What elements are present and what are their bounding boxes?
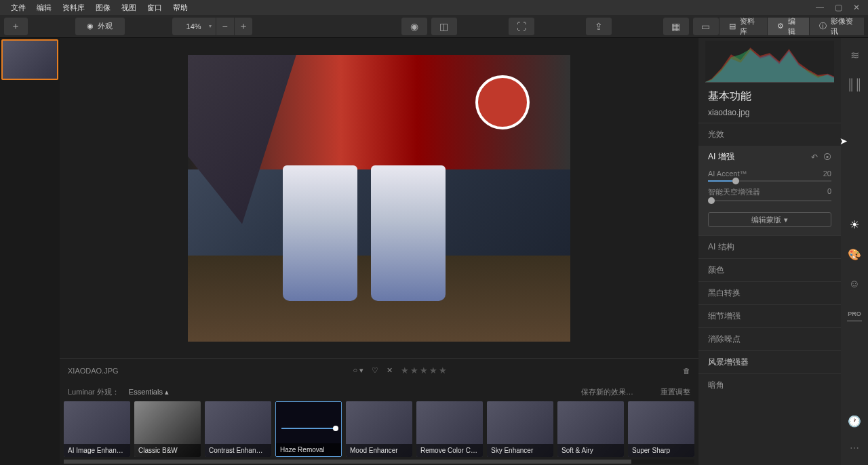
undo-icon[interactable]: ↶ bbox=[811, 153, 818, 162]
tab-info-label: 影像资讯 bbox=[831, 16, 855, 37]
preset-mood-enhancer[interactable]: Mood Enhancer bbox=[346, 401, 412, 457]
histogram[interactable] bbox=[705, 41, 834, 83]
essentials-icon[interactable]: ☀ bbox=[847, 217, 862, 232]
thumbnail-selected[interactable] bbox=[1, 39, 58, 80]
ai-accent-slider[interactable]: AI Accent™ 20 bbox=[708, 169, 831, 182]
tab-edit[interactable]: ⚙ 编辑 bbox=[768, 18, 809, 35]
preset-remove-color-cast[interactable]: Remove Color C… bbox=[416, 401, 483, 457]
compare-toggle[interactable]: ◫ bbox=[431, 18, 457, 35]
history-icon[interactable]: 🕐 bbox=[847, 413, 862, 428]
section-bw[interactable]: 黑白转换 bbox=[698, 281, 841, 304]
toggle-icon[interactable]: ⦿ bbox=[823, 153, 831, 162]
zoom-dropdown[interactable]: 14% bbox=[172, 18, 216, 35]
toolbar: ＋ ◉ 外观 14% − ＋ ◉ ◫ ⛶ ⇪ ▦ ▭ ▤ 资料库 ⚙ 编辑 ⓘ … bbox=[0, 15, 868, 38]
flag-icon[interactable]: ○ ▾ bbox=[353, 366, 363, 375]
canvas-tools-icon[interactable]: ║║ bbox=[847, 77, 862, 92]
minimize-button[interactable]: — bbox=[813, 3, 827, 12]
tab-library[interactable]: ▤ 资料库 bbox=[719, 18, 767, 35]
ai-sky-slider[interactable]: 智能天空增强器 0 bbox=[708, 187, 831, 201]
preset-soft-airy[interactable]: Soft & Airy bbox=[557, 401, 624, 457]
section-details[interactable]: 细节增强 bbox=[698, 304, 841, 327]
preset-super-sharp[interactable]: Super Sharp bbox=[628, 401, 694, 457]
menu-library[interactable]: 资料库 bbox=[57, 3, 90, 13]
edit-mask-button[interactable]: 编辑蒙版 ▾ bbox=[708, 212, 831, 227]
section-light[interactable]: 光效 bbox=[698, 123, 841, 146]
tab-edit-label: 编辑 bbox=[788, 16, 800, 37]
section-ai-enhance: AI 增强 ↶ ⦿ AI Accent™ 20 智能天空增强器 0 bbox=[698, 146, 841, 235]
menu-file[interactable]: 文件 bbox=[5, 3, 31, 13]
layers-icon[interactable]: ≋ bbox=[847, 47, 862, 62]
section-vignette[interactable]: 暗角 bbox=[698, 373, 841, 397]
ai-sky-value: 0 bbox=[827, 187, 831, 197]
zoom-controls: 14% − ＋ bbox=[172, 18, 252, 35]
zoom-out-button[interactable]: − bbox=[216, 18, 234, 35]
export-button[interactable]: ⇪ bbox=[586, 18, 612, 35]
section-ai-structure[interactable]: AI 结构 bbox=[698, 235, 841, 258]
presets-strip: AI Image Enhan… Classic B&W Contrast Enh… bbox=[60, 401, 698, 460]
close-button[interactable]: ✕ bbox=[850, 3, 863, 12]
look-button[interactable]: ◉ 外观 bbox=[75, 18, 125, 35]
creative-icon[interactable]: 🎨 bbox=[847, 247, 862, 262]
preset-haze-removal[interactable]: Haze Removal bbox=[275, 401, 342, 457]
rating-stars[interactable]: ★★★★★ bbox=[401, 365, 448, 376]
info-icon: ⓘ bbox=[819, 21, 827, 31]
crop-button[interactable]: ⛶ bbox=[509, 18, 534, 35]
canvas-area: XIAODAO.JPG ○ ▾ ♡ ✕ ★★★★★ 🗑 Luminar 外观： … bbox=[60, 38, 698, 465]
section-color[interactable]: 颜色 bbox=[698, 258, 841, 281]
single-view-button[interactable]: ▭ bbox=[693, 18, 719, 35]
preset-contrast-enhancer[interactable]: Contrast Enhan… bbox=[205, 401, 271, 457]
presets-category-dropdown[interactable]: Essentials ▴ bbox=[129, 388, 169, 397]
pro-icon[interactable]: PRO bbox=[847, 306, 862, 321]
image-info-bar: XIAODAO.JPG ○ ▾ ♡ ✕ ★★★★★ 🗑 bbox=[60, 358, 698, 382]
preview-toggle[interactable]: ◉ bbox=[401, 18, 427, 35]
menu-help[interactable]: 帮助 bbox=[167, 3, 193, 13]
tab-info[interactable]: ⓘ 影像资讯 bbox=[810, 18, 865, 35]
reset-adjustments-button[interactable]: 重置调整 bbox=[660, 387, 690, 397]
menu-view[interactable]: 视图 bbox=[116, 3, 142, 13]
eye-look-icon: ◉ bbox=[87, 22, 94, 31]
panel-filename: xiaodao.jpg bbox=[698, 106, 841, 123]
library-icon: ▤ bbox=[729, 22, 736, 31]
image-filename: XIAODAO.JPG bbox=[68, 367, 119, 375]
canvas[interactable] bbox=[60, 38, 698, 358]
main-area: XIAODAO.JPG ○ ▾ ♡ ✕ ★★★★★ 🗑 Luminar 外观： … bbox=[0, 38, 868, 465]
menu-edit[interactable]: 编辑 bbox=[31, 3, 57, 13]
reject-icon[interactable]: ✕ bbox=[387, 366, 393, 375]
zoom-in-button[interactable]: ＋ bbox=[235, 18, 252, 35]
presets-header: Luminar 外观： Essentials ▴ 保存新的效果… 重置调整 bbox=[60, 382, 698, 401]
ai-accent-value: 20 bbox=[823, 169, 831, 178]
window-controls: — ▢ ✕ bbox=[813, 3, 863, 12]
panel-title: 基本功能 bbox=[698, 85, 841, 106]
ai-accent-label: AI Accent™ bbox=[708, 169, 747, 178]
left-filmstrip bbox=[0, 38, 60, 465]
look-label: 外观 bbox=[98, 21, 113, 31]
luminar-looks-label: Luminar 外观： bbox=[68, 387, 119, 397]
photo-preview bbox=[188, 55, 570, 342]
tab-library-label: 资料库 bbox=[740, 16, 757, 37]
portrait-icon[interactable]: ☺ bbox=[847, 277, 862, 291]
grid-view-button[interactable]: ▦ bbox=[663, 18, 689, 35]
section-landscape[interactable]: 风景增强器 bbox=[698, 350, 841, 373]
menu-bar: 文件 编辑 资料库 图像 视图 窗口 帮助 — ▢ ✕ bbox=[0, 0, 868, 15]
preset-ai-image-enhancer[interactable]: AI Image Enhan… bbox=[64, 401, 130, 457]
more-icon[interactable]: ⋯ bbox=[847, 441, 862, 456]
tool-category-rail: ≋ ║║ ☀ 🎨 ☺ PRO 🕐 ⋯ bbox=[841, 38, 868, 465]
menu-image[interactable]: 图像 bbox=[90, 3, 116, 13]
preset-classic-bw[interactable]: Classic B&W bbox=[134, 401, 201, 457]
ai-sky-label: 智能天空增强器 bbox=[708, 187, 760, 197]
presets-scrollbar[interactable] bbox=[64, 460, 694, 464]
favorite-icon[interactable]: ♡ bbox=[372, 366, 378, 375]
add-button[interactable]: ＋ bbox=[4, 18, 28, 35]
edit-sidebar: 基本功能 xiaodao.jpg 光效 AI 增强 ↶ ⦿ AI Accent™… bbox=[698, 38, 841, 465]
save-look-button[interactable]: 保存新的效果… bbox=[581, 387, 633, 397]
maximize-button[interactable]: ▢ bbox=[832, 3, 845, 12]
sliders-icon: ⚙ bbox=[777, 22, 784, 31]
trash-button[interactable]: 🗑 bbox=[683, 367, 690, 375]
section-denoise[interactable]: 消除噪点 bbox=[698, 327, 841, 350]
menu-window[interactable]: 窗口 bbox=[142, 3, 167, 13]
ai-enhance-title: AI 增强 bbox=[708, 151, 734, 163]
preset-sky-enhancer[interactable]: Sky Enhancer bbox=[487, 401, 553, 457]
